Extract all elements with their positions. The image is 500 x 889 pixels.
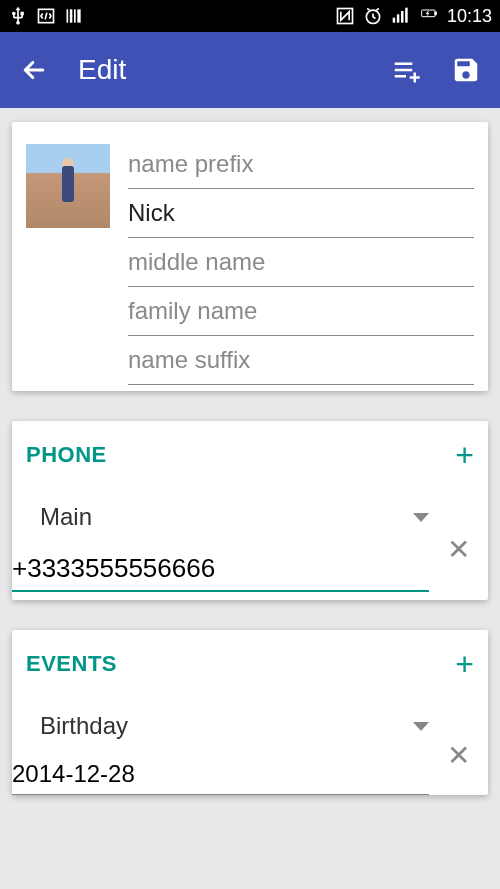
app-bar: Edit [0,32,500,108]
event-date-input[interactable] [12,750,429,795]
events-section-title: EVENTS [26,651,117,677]
chevron-down-icon [413,722,429,731]
phone-number-input[interactable] [12,541,429,592]
svg-rect-4 [77,9,80,22]
barcode-icon [64,6,84,26]
svg-rect-1 [67,9,69,22]
avatar[interactable] [26,144,110,228]
remove-event-button[interactable]: ✕ [429,734,474,770]
back-button[interactable] [18,54,50,86]
chevron-down-icon [413,513,429,522]
alarm-icon [363,6,383,26]
svg-rect-12 [435,12,436,15]
add-list-button[interactable] [390,54,422,86]
save-button[interactable] [450,54,482,86]
event-type-label: Birthday [40,712,128,740]
family-name-input[interactable] [128,287,474,336]
svg-rect-2 [70,9,73,22]
svg-rect-10 [405,8,408,23]
phone-type-label: Main [40,503,92,531]
signal-icon [391,6,411,26]
status-time: 10:13 [447,6,492,27]
svg-rect-7 [393,18,396,23]
battery-icon [419,6,439,26]
page-title: Edit [78,54,126,86]
status-bar: 10:13 [0,0,500,32]
phone-section: PHONE + Main ✕ [12,421,488,600]
first-name-input[interactable] [128,189,474,238]
phone-type-select[interactable]: Main [26,499,429,541]
svg-rect-8 [397,14,400,22]
remove-phone-button[interactable]: ✕ [429,528,474,564]
events-section: EVENTS + Birthday ✕ [12,630,488,795]
event-type-select[interactable]: Birthday [26,708,429,750]
svg-rect-3 [74,9,76,22]
add-phone-button[interactable]: + [455,439,474,471]
name-suffix-input[interactable] [128,336,474,385]
dev-icon [36,6,56,26]
add-event-button[interactable]: + [455,648,474,680]
name-prefix-input[interactable] [128,140,474,189]
phone-section-title: PHONE [26,442,107,468]
name-card [12,122,488,391]
nfc-icon [335,6,355,26]
svg-rect-9 [401,11,404,23]
middle-name-input[interactable] [128,238,474,287]
usb-icon [8,6,28,26]
